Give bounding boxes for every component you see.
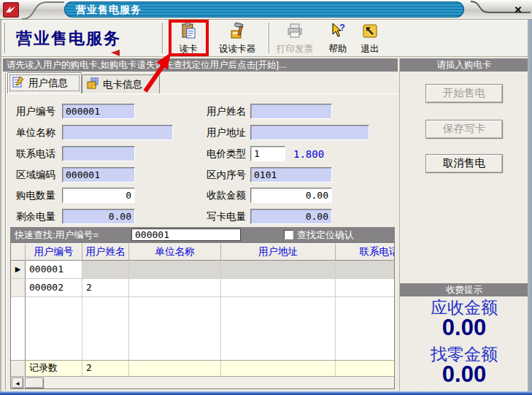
cell-user-name[interactable]: 2 xyxy=(82,279,129,297)
user-name-field[interactable] xyxy=(250,104,332,119)
grid-header-phone[interactable]: 联系电话 xyxy=(336,243,395,261)
grid-header-selector xyxy=(11,243,26,261)
window-border-right xyxy=(528,20,532,391)
cell-user-id[interactable]: 000002 xyxy=(26,279,82,297)
start-sell-button: 开始售电 xyxy=(425,84,503,103)
help-label: 帮助 xyxy=(329,44,347,55)
cell-user-address[interactable] xyxy=(221,261,336,279)
grid-header-row: 用户编号 用户姓名 单位名称 用户地址 联系电话 xyxy=(11,243,395,261)
table-row[interactable]: 000002 2 xyxy=(11,279,395,297)
scrollbar-thumb[interactable] xyxy=(25,377,44,388)
tab-card-info[interactable]: 电卡信息 xyxy=(82,74,160,93)
price-type-label: 电价类型 xyxy=(207,146,246,161)
unit-name-field[interactable] xyxy=(62,125,173,140)
quick-search-label: 快速查找:用户编号= xyxy=(15,227,99,242)
panel-left-groove xyxy=(5,73,7,390)
title-bar[interactable]: 营业售电服务 ✕ xyxy=(0,0,532,20)
cell-user-id[interactable]: 000001 xyxy=(26,261,82,279)
write-power-label: 写卡电量 xyxy=(207,209,246,224)
tab-user-info[interactable]: 用户信息 xyxy=(7,72,82,93)
set-reader-button[interactable]: 设读卡器 xyxy=(212,22,263,55)
tab-user-info-label: 用户信息 xyxy=(28,77,68,90)
area-seq-field[interactable]: 0101 xyxy=(250,167,332,183)
set-reader-label: 设读卡器 xyxy=(219,44,255,55)
toolbar-separator-2 xyxy=(269,23,270,53)
printer-icon xyxy=(286,22,304,43)
user-info-icon xyxy=(12,76,25,91)
area-code-label: 区域编码 xyxy=(16,167,55,183)
price-type-field[interactable]: 1 xyxy=(250,146,285,161)
cell-unit-name[interactable] xyxy=(129,261,221,279)
read-card-label: 读卡 xyxy=(180,44,198,55)
grid-header-user-address[interactable]: 用户地址 xyxy=(221,243,336,261)
read-card-button[interactable]: 读卡 xyxy=(171,22,205,55)
exit-icon xyxy=(361,22,379,43)
status-message-bar: 请先读入用户的购电卡,如购电卡遗失请先查找定位用户后点击[开始]... xyxy=(3,58,398,72)
receivable-value: 0.00 xyxy=(400,315,528,341)
phone-label: 联系电话 xyxy=(16,146,55,161)
exit-label: 退出 xyxy=(361,44,379,55)
user-address-field[interactable] xyxy=(250,125,369,140)
purchase-qty-field[interactable]: 0 xyxy=(62,188,135,203)
decor-red-wedge-icon xyxy=(111,50,120,56)
user-grid[interactable]: 用户编号 用户姓名 单位名称 用户地址 联系电话 ▶ 000001 000002… xyxy=(10,242,395,389)
cell-user-address[interactable] xyxy=(221,279,336,297)
cancel-sell-button[interactable]: 取消售电 xyxy=(425,154,503,173)
price-rate-value: 1.800 xyxy=(293,148,324,160)
card-reader-settings-icon xyxy=(228,22,246,43)
tab-card-info-label: 电卡信息 xyxy=(103,78,142,91)
grid-header-user-name[interactable]: 用户姓名 xyxy=(82,243,129,261)
area-seq-label: 区内序号 xyxy=(207,167,246,183)
quick-search-input[interactable]: 000001 xyxy=(131,229,241,241)
grid-footer-row: 记录数 2 xyxy=(11,360,395,377)
cell-phone[interactable] xyxy=(336,279,395,297)
toolbar-app-title: 营业售电服务 xyxy=(16,28,121,50)
window-title: 营业售电服务 xyxy=(76,2,142,17)
app-window: 营业售电服务 ✕ 营业售电服务 读卡 设读卡器 xyxy=(0,0,532,395)
scroll-left-arrow[interactable]: ◄ xyxy=(12,377,23,388)
sell-control-panel: 请插入购电卡 开始售电 保存写卡 取消售电 收费提示 应收金额 0.00 找零金… xyxy=(399,58,528,391)
print-invoice-button: 打印发票 xyxy=(271,22,318,55)
remaining-power-label: 剩余电量 xyxy=(16,209,55,224)
grid-header-unit-name[interactable]: 单位名称 xyxy=(129,243,221,261)
row-pointer-icon: ▶ xyxy=(11,261,26,279)
cell-phone[interactable] xyxy=(336,261,395,279)
locate-confirm-label: 查找定位确认 xyxy=(297,227,354,242)
cell-unit-name[interactable] xyxy=(129,279,221,297)
grid-empty-area xyxy=(11,297,395,360)
help-button[interactable]: ? 帮助 xyxy=(323,22,353,55)
insert-card-prompt: 请插入购电卡 xyxy=(400,58,528,72)
quick-search-bar: 快速查找:用户编号= 000001 查找定位确认 xyxy=(10,227,395,242)
print-invoice-label: 打印发票 xyxy=(277,44,313,55)
toolbar-separator-1 xyxy=(162,23,163,53)
help-icon: ? xyxy=(329,22,347,43)
exit-button[interactable]: 退出 xyxy=(355,22,385,55)
remaining-power-field[interactable]: 0.00 xyxy=(62,209,135,224)
fee-hint-header: 收费提示 xyxy=(400,283,528,296)
change-value: 0.00 xyxy=(400,361,528,388)
save-write-card-button: 保存写卡 xyxy=(425,120,503,139)
card-info-icon xyxy=(87,77,99,92)
window-border-left xyxy=(0,20,1,391)
record-count-value: 2 xyxy=(82,361,129,377)
cell-user-name[interactable] xyxy=(82,261,129,279)
user-id-label: 用户编号 xyxy=(16,104,55,119)
read-card-icon xyxy=(180,22,197,43)
record-count-label: 记录数 xyxy=(26,361,82,377)
user-name-label: 用户姓名 xyxy=(207,104,246,119)
user-id-field[interactable]: 000001 xyxy=(62,104,135,119)
horizontal-scrollbar[interactable]: ◄ xyxy=(11,376,394,388)
close-button[interactable]: ✕ xyxy=(512,4,525,17)
row-selector xyxy=(11,279,26,297)
grid-header-user-id[interactable]: 用户编号 xyxy=(26,243,82,261)
write-power-field[interactable]: 0.00 xyxy=(250,209,332,224)
table-row[interactable]: ▶ 000001 xyxy=(11,261,395,279)
unit-name-label: 单位名称 xyxy=(16,125,55,140)
user-address-label: 用户地址 xyxy=(207,125,246,140)
toolbar-grip xyxy=(4,23,6,53)
phone-field[interactable] xyxy=(62,146,135,161)
locate-confirm-checkbox[interactable] xyxy=(284,230,293,239)
area-code-field[interactable]: 000001 xyxy=(62,167,135,183)
amount-received-field[interactable]: 0.00 xyxy=(250,188,332,203)
purchase-qty-label: 购电数量 xyxy=(16,188,55,203)
